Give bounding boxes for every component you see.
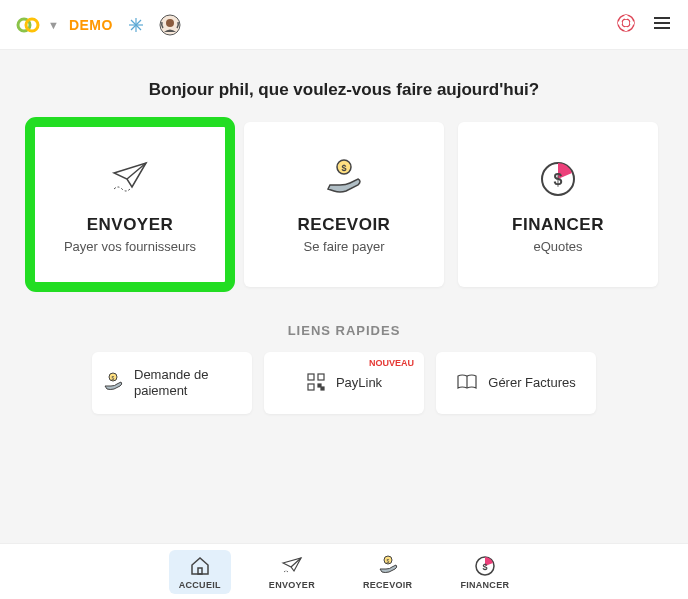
card-receive-title: RECEVOIR: [298, 215, 391, 235]
svg-text:$: $: [554, 171, 563, 188]
svg-point-9: [622, 19, 630, 27]
svg-rect-24: [318, 374, 324, 380]
card-send-title: ENVOYER: [87, 215, 174, 235]
quick-invoices-label: Gérer Factures: [488, 375, 575, 391]
nav-receive-label: RECEVOIR: [363, 580, 412, 590]
quick-links-title: LIENS RAPIDES: [20, 323, 668, 338]
quick-links-row: $ Demande de paiement NOUVEAU PayLink Gé…: [20, 352, 668, 414]
new-badge: NOUVEAU: [369, 358, 414, 368]
quick-paylink-label: PayLink: [336, 375, 382, 391]
svg-point-7: [166, 19, 174, 27]
demo-label: DEMO: [69, 17, 113, 33]
svg-text:$: $: [482, 562, 487, 572]
hand-coin-small-icon: $: [102, 371, 124, 396]
snowflake-icon[interactable]: [127, 16, 145, 34]
nav-finance[interactable]: $ FINANCER: [450, 550, 519, 594]
card-finance-title: FINANCER: [512, 215, 604, 235]
main-content: Bonjour phil, que voulez-vous faire aujo…: [0, 50, 688, 414]
svg-rect-25: [308, 384, 314, 390]
card-finance-sub: eQuotes: [533, 239, 582, 254]
quick-paylink[interactable]: NOUVEAU PayLink: [264, 352, 424, 414]
nav-home[interactable]: ACCUEIL: [169, 550, 231, 594]
quick-payment-request-label: Demande de paiement: [134, 367, 242, 398]
paper-plane-icon: [108, 155, 152, 203]
card-send-sub: Payer vos fournisseurs: [64, 239, 196, 254]
bottom-nav: ACCUEIL ENVOYER $ RECEVOIR $ FINANCER: [0, 543, 688, 599]
logo-group[interactable]: ▼: [16, 16, 59, 34]
paper-plane-small-icon: [281, 554, 303, 578]
dollar-circle-nav-icon: $: [474, 554, 496, 578]
menu-icon[interactable]: [652, 15, 672, 35]
card-receive[interactable]: $ RECEVOIR Se faire payer: [244, 122, 444, 287]
chevron-down-icon: ▼: [48, 19, 59, 31]
topbar: ▼ DEMO: [0, 0, 688, 50]
support-avatar-icon[interactable]: [159, 14, 181, 36]
svg-rect-23: [308, 374, 314, 380]
quick-invoices[interactable]: Gérer Factures: [436, 352, 596, 414]
hand-coin-icon: $: [322, 155, 366, 203]
card-finance[interactable]: $ FINANCER eQuotes: [458, 122, 658, 287]
svg-text:$: $: [112, 374, 115, 380]
card-receive-sub: Se faire payer: [304, 239, 385, 254]
help-icon[interactable]: [616, 13, 636, 37]
qr-code-icon: [306, 372, 326, 395]
logo-icon: [16, 16, 40, 34]
quick-links-section: LIENS RAPIDES $ Demande de paiement NOUV…: [20, 323, 668, 414]
svg-rect-27: [321, 387, 324, 390]
nav-send[interactable]: ENVOYER: [259, 550, 325, 594]
home-icon: [189, 554, 211, 578]
svg-text:$: $: [341, 163, 346, 173]
svg-text:$: $: [386, 557, 389, 563]
book-icon: [456, 373, 478, 394]
nav-receive[interactable]: $ RECEVOIR: [353, 550, 422, 594]
nav-home-label: ACCUEIL: [179, 580, 221, 590]
svg-rect-29: [198, 568, 202, 574]
dollar-circle-icon: $: [537, 155, 579, 203]
action-cards-row: ENVOYER Payer vos fournisseurs $ RECEVOI…: [20, 122, 668, 287]
hand-coin-nav-icon: $: [377, 554, 399, 578]
quick-payment-request[interactable]: $ Demande de paiement: [92, 352, 252, 414]
svg-point-1: [26, 19, 38, 31]
nav-send-label: ENVOYER: [269, 580, 315, 590]
greeting-text: Bonjour phil, que voulez-vous faire aujo…: [20, 80, 668, 100]
nav-finance-label: FINANCER: [460, 580, 509, 590]
card-send[interactable]: ENVOYER Payer vos fournisseurs: [30, 122, 230, 287]
